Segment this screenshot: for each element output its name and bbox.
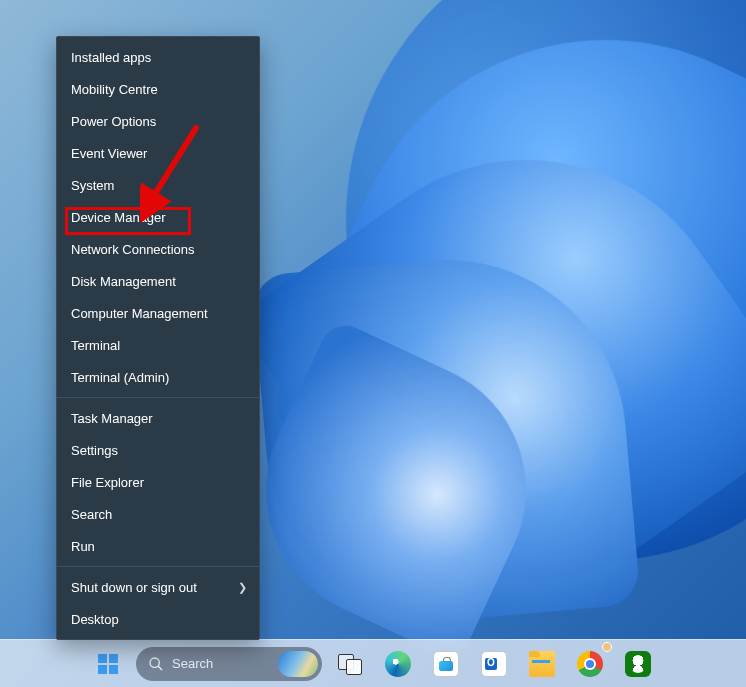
menu-item-label: Event Viewer — [71, 146, 147, 161]
chrome-button[interactable] — [570, 644, 610, 684]
menu-item-run[interactable]: Run — [57, 530, 259, 562]
file-explorer-icon — [529, 651, 555, 677]
menu-separator — [57, 566, 259, 567]
edge-icon — [385, 651, 411, 677]
menu-item-network-connections[interactable]: Network Connections — [57, 233, 259, 265]
xbox-icon — [625, 651, 651, 677]
taskbar: Search — [0, 639, 746, 687]
profile-badge-icon — [602, 642, 612, 652]
menu-item-task-manager[interactable]: Task Manager — [57, 402, 259, 434]
chrome-icon — [577, 651, 603, 677]
menu-item-label: Terminal (Admin) — [71, 370, 169, 385]
microsoft-store-icon — [433, 651, 459, 677]
start-button[interactable] — [88, 644, 128, 684]
menu-item-label: Network Connections — [71, 242, 195, 257]
svg-rect-1 — [98, 654, 107, 663]
menu-item-label: Shut down or sign out — [71, 580, 197, 595]
file-explorer-button[interactable] — [522, 644, 562, 684]
menu-item-device-manager[interactable]: Device Manager — [57, 201, 259, 233]
menu-item-event-viewer[interactable]: Event Viewer — [57, 137, 259, 169]
menu-item-label: File Explorer — [71, 475, 144, 490]
taskbar-search-box[interactable]: Search — [136, 647, 322, 681]
menu-separator — [57, 397, 259, 398]
menu-item-computer-management[interactable]: Computer Management — [57, 297, 259, 329]
menu-item-shutdown-signout[interactable]: Shut down or sign out ❯ — [57, 571, 259, 603]
svg-point-5 — [150, 658, 159, 667]
search-highlight-thumbnail — [278, 651, 318, 677]
outlook-button[interactable] — [474, 644, 514, 684]
task-view-button[interactable] — [330, 644, 370, 684]
menu-item-label: Settings — [71, 443, 118, 458]
outlook-icon — [481, 651, 507, 677]
menu-item-label: Disk Management — [71, 274, 176, 289]
menu-item-label: Run — [71, 539, 95, 554]
menu-item-system[interactable]: System — [57, 169, 259, 201]
menu-item-label: Mobility Centre — [71, 82, 158, 97]
svg-rect-3 — [98, 665, 107, 674]
task-view-icon — [338, 654, 362, 674]
menu-item-label: Computer Management — [71, 306, 208, 321]
edge-button[interactable] — [378, 644, 418, 684]
menu-item-installed-apps[interactable]: Installed apps — [57, 41, 259, 73]
menu-item-label: Device Manager — [71, 210, 166, 225]
menu-item-search[interactable]: Search — [57, 498, 259, 530]
svg-rect-2 — [109, 654, 118, 663]
menu-item-label: Power Options — [71, 114, 156, 129]
menu-item-mobility-centre[interactable]: Mobility Centre — [57, 73, 259, 105]
search-icon — [148, 656, 164, 672]
menu-item-settings[interactable]: Settings — [57, 434, 259, 466]
winx-context-menu: Installed apps Mobility Centre Power Opt… — [56, 36, 260, 640]
menu-item-label: Installed apps — [71, 50, 151, 65]
microsoft-store-button[interactable] — [426, 644, 466, 684]
menu-item-terminal-admin[interactable]: Terminal (Admin) — [57, 361, 259, 393]
menu-item-label: Search — [71, 507, 112, 522]
svg-rect-4 — [109, 665, 118, 674]
menu-item-label: System — [71, 178, 114, 193]
menu-item-terminal[interactable]: Terminal — [57, 329, 259, 361]
menu-item-label: Desktop — [71, 612, 119, 627]
chevron-right-icon: ❯ — [238, 581, 247, 594]
xbox-button[interactable] — [618, 644, 658, 684]
menu-item-desktop[interactable]: Desktop — [57, 603, 259, 635]
start-icon — [96, 652, 120, 676]
menu-item-power-options[interactable]: Power Options — [57, 105, 259, 137]
menu-item-disk-management[interactable]: Disk Management — [57, 265, 259, 297]
svg-line-6 — [158, 666, 162, 670]
menu-item-label: Terminal — [71, 338, 120, 353]
search-placeholder: Search — [172, 656, 213, 671]
menu-item-file-explorer[interactable]: File Explorer — [57, 466, 259, 498]
menu-item-label: Task Manager — [71, 411, 153, 426]
